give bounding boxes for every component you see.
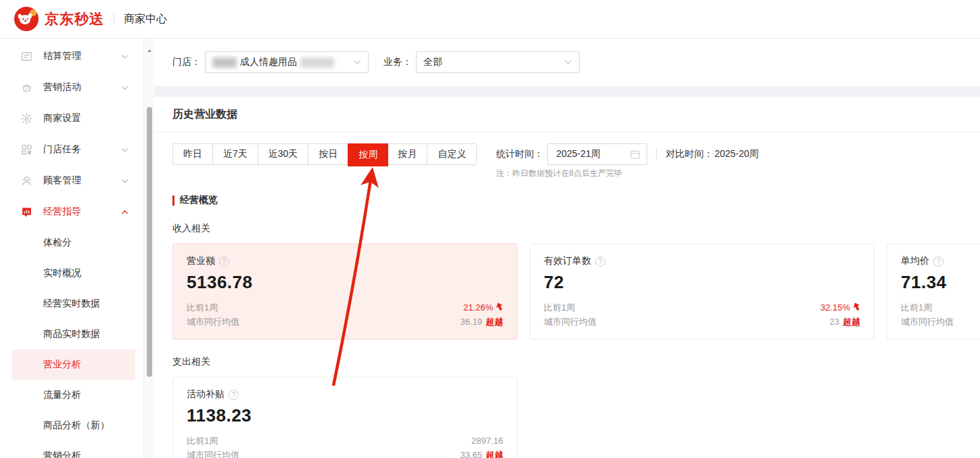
sidebar-subitem-经营实时数据[interactable]: 经营实时数据 [12, 288, 135, 319]
sidebar-subitem-商品分析（新）[interactable]: 商品分析（新） [12, 410, 135, 440]
masked-text [300, 58, 334, 68]
sidebar-item-商家设置[interactable]: 商家设置 [0, 103, 143, 134]
comparison-row: 城市同行均值36.19超越 [187, 315, 503, 329]
main-content: 门店： 成人情趣用品 业务： 全部 历史营业数据 昨日近7天近30天按日按周按月… [154, 39, 980, 458]
time-area: 统计时间： 2025-21周 对比时间： 2025-20周 注：昨日数据预计在8… [496, 143, 758, 179]
comparison-label: 城市同行均值 [901, 316, 954, 328]
comparison-label: 城市同行均值 [544, 316, 597, 328]
time-tab-昨日[interactable]: 昨日 [173, 144, 213, 164]
help-icon[interactable]: ? [219, 256, 229, 267]
sidebar-subitem-label: 流量分析 [43, 389, 81, 401]
comparison-row: 城市同行均值 [901, 315, 980, 329]
guidance-icon [20, 206, 32, 218]
sidebar: 结算管理营销活动商家设置门店任务顾客管理经营指导 体检分实时概况经营实时数据商品… [0, 39, 143, 458]
sidebar-item-营销活动[interactable]: 营销活动 [0, 72, 143, 103]
panel-title: 历史营业数据 [172, 105, 962, 131]
comparison-label: 比前1周 [187, 302, 218, 314]
sidebar-subitem-营销分析[interactable]: 营销分析 [12, 440, 135, 458]
sidebar-subitem-商品实时数据[interactable]: 商品实时数据 [12, 319, 135, 349]
metric-value: 72 [544, 272, 860, 293]
sidebar-main-nav: 结算管理营销活动商家设置门店任务顾客管理经营指导 [0, 41, 143, 227]
sidebar-item-门店任务[interactable]: 门店任务 [0, 134, 143, 165]
sidebar-subitem-体检分[interactable]: 体检分 [12, 227, 135, 258]
group-title: 支出相关 [172, 356, 962, 368]
stat-time-picker[interactable]: 2025-21周 [547, 143, 647, 165]
comparison-value: 23超越 [830, 316, 860, 328]
masked-text [212, 58, 237, 68]
time-tab-近30天[interactable]: 近30天 [258, 144, 309, 164]
sidebar-scrollbar[interactable] [143, 39, 154, 458]
sidebar-item-label: 经营指导 [43, 206, 121, 218]
jd-logo [14, 6, 39, 32]
group-title: 收入相关 [172, 223, 962, 235]
sidebar-item-结算管理[interactable]: 结算管理 [0, 41, 143, 72]
sidebar-subitem-label: 营业分析 [43, 359, 81, 371]
chevron-down-icon [353, 60, 361, 65]
sidebar-subitem-实时概况[interactable]: 实时概况 [12, 258, 135, 288]
help-icon[interactable]: ? [229, 390, 239, 400]
filter-row: 门店： 成人情趣用品 业务： 全部 [154, 39, 980, 86]
sidebar-item-label: 营销活动 [43, 81, 121, 93]
comparison-value: 32.15% [820, 302, 860, 313]
metric-value: 5136.78 [187, 272, 503, 293]
time-tab-按日[interactable]: 按日 [308, 144, 348, 164]
time-separator [656, 149, 657, 160]
comparison-row: 城市同行均值23超越 [544, 315, 860, 329]
metric-card-单均价: 单均价?71.34比前1周城市同行均值 [887, 244, 980, 340]
comparison-row: 城市同行均值33.65超越 [187, 448, 503, 458]
chevron-up-icon [121, 206, 129, 217]
metric-card-活动补贴: 活动补贴?1138.23比前1周2897.16城市同行均值33.65超越 [172, 377, 517, 458]
comparison-label: 比前1周 [187, 435, 218, 447]
sidebar-item-label: 商家设置 [43, 112, 129, 124]
exceed-badge: 超越 [486, 316, 503, 328]
time-tab-按月[interactable]: 按月 [388, 144, 427, 164]
scroll-up-icon[interactable] [146, 45, 153, 51]
business-select[interactable]: 全部 [416, 51, 580, 73]
customers-icon [20, 175, 32, 187]
sidebar-subitem-label: 营销分析 [43, 450, 81, 458]
help-icon[interactable]: ? [595, 256, 605, 267]
overview-title: 经营概览 [180, 194, 218, 206]
sidebar-subitem-流量分析[interactable]: 流量分析 [12, 380, 135, 410]
tasks-grid-icon [20, 143, 32, 156]
sidebar-sub-nav: 体检分实时概况经营实时数据商品实时数据营业分析流量分析商品分析（新）营销分析 [0, 227, 143, 458]
metric-card-营业额: 营业额?5136.78比前1周21.26%城市同行均值36.19超越 [172, 244, 517, 340]
help-icon[interactable]: ? [933, 256, 943, 267]
sidebar-subitem-label: 实时概况 [43, 267, 81, 279]
scrollbar-thumb[interactable] [147, 107, 152, 377]
settlement-icon [20, 50, 32, 62]
calendar-icon [630, 150, 640, 159]
comparison-label: 城市同行均值 [187, 449, 239, 458]
compare-time-value: 2025-20周 [714, 148, 758, 160]
time-tab-近7天[interactable]: 近7天 [213, 144, 258, 164]
comparison-value: 21.26% [463, 302, 503, 313]
panel-divider [154, 131, 980, 132]
comparison-label: 比前1周 [544, 302, 575, 314]
store-select[interactable]: 成人情趣用品 [205, 51, 369, 73]
section-accent-bar [172, 196, 174, 206]
sidebar-subitem-label: 商品实时数据 [43, 328, 100, 340]
comparison-value: 36.19超越 [460, 316, 503, 328]
card-row: 营业额?5136.78比前1周21.26%城市同行均值36.19超越有效订单数?… [172, 244, 980, 340]
metric-name: 单均价 [901, 255, 929, 267]
stat-time-value: 2025-21周 [556, 148, 630, 160]
trend-up-icon [493, 302, 503, 313]
store-label: 门店： [172, 56, 201, 68]
metric-name: 营业额 [187, 255, 215, 267]
metric-name: 有效订单数 [544, 255, 591, 267]
stat-time-label: 统计时间： [496, 148, 543, 160]
metric-value: 1138.23 [187, 405, 503, 426]
gear-icon [20, 112, 32, 124]
sidebar-item-顾客管理[interactable]: 顾客管理 [0, 165, 143, 196]
sidebar-item-经营指导[interactable]: 经营指导 [0, 196, 143, 227]
business-select-value: 全部 [423, 56, 564, 68]
chevron-down-icon [121, 82, 129, 93]
trend-up-icon [850, 302, 860, 313]
time-tab-自定义[interactable]: 自定义 [427, 144, 476, 164]
history-data-panel: 历史营业数据 昨日近7天近30天按日按周按月自定义 统计时间： 2025-21周 [154, 97, 980, 458]
chevron-down-icon [121, 175, 129, 186]
time-tab-按周[interactable]: 按周 [348, 143, 388, 166]
sidebar-subitem-营业分析[interactable]: 营业分析 [12, 349, 135, 380]
compare-time-label: 对比时间： [666, 148, 713, 160]
sidebar-item-label: 门店任务 [43, 143, 121, 156]
